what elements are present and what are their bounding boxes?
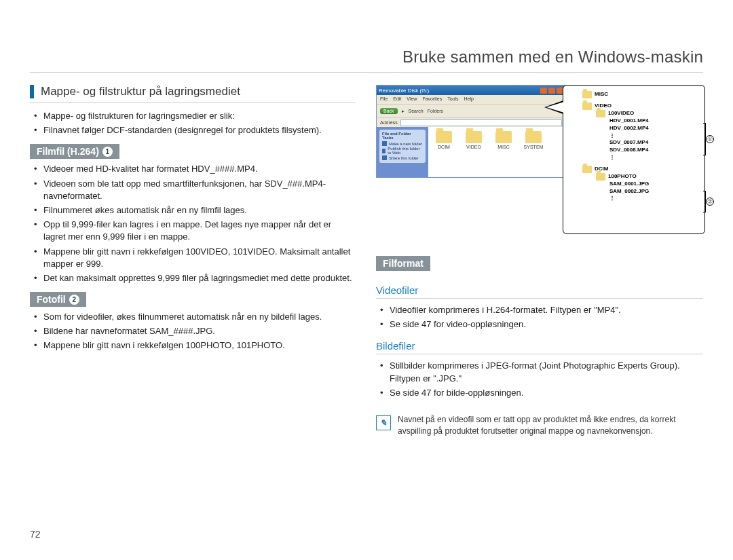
reference-marker-1: ① xyxy=(706,135,714,143)
task-item: Publish this folder to Web xyxy=(382,147,423,155)
tag-label: Fotofil xyxy=(37,294,66,305)
page-number: 72 xyxy=(30,529,41,540)
folder-pane: DCIM VIDEO MISC SYSTEM xyxy=(428,127,565,177)
note-text: Navnet på en videofil som er tatt opp av… xyxy=(398,414,703,437)
reference-marker-2: ② xyxy=(706,198,714,206)
ellipsis-icon: ⋮ xyxy=(569,132,699,140)
note-block: ✎ Navnet på en videofil som er tatt opp … xyxy=(376,414,703,437)
image-bullet-list: Stillbilder komprimeres i JPEG-format (J… xyxy=(376,360,703,399)
page-title: Bruke sammen med en Windows-maskin xyxy=(30,48,703,73)
folder-item: SYSTEM xyxy=(522,131,545,173)
minimize-icon xyxy=(540,88,547,94)
address-field xyxy=(400,119,562,126)
toolbar: Back ▸ Search Folders xyxy=(377,104,565,117)
tag-label: Filformat xyxy=(383,258,424,269)
menu-item: View xyxy=(407,96,417,102)
ellipsis-icon: ⋮ xyxy=(569,154,699,162)
structure-figure: Removable Disk (G:) File Edit View Favor… xyxy=(376,85,703,241)
tag-fotofil: Fotofil 2 xyxy=(30,292,86,307)
menu-item: Help xyxy=(464,96,474,102)
folder-label: VIDEO xyxy=(466,145,481,149)
subheading-bildefiler: Bildefiler xyxy=(376,340,703,354)
tree-file: SAM_0002.JPG xyxy=(569,188,699,195)
explorer-body: File and Folder Tasks Make a new folder … xyxy=(377,127,565,177)
task-label: Publish this folder to Web xyxy=(388,147,423,155)
list-item: Filnummeret økes automatisk når en ny fi… xyxy=(34,204,356,217)
tree-label: 100PHOTO xyxy=(608,173,637,181)
tree-file: SDV_0007.MP4 xyxy=(569,139,699,147)
video-bullet-list: Videofiler komprimeres i H.264-formatet.… xyxy=(376,304,703,331)
folder-icon xyxy=(436,131,452,143)
forward-icon: ▸ xyxy=(402,109,405,114)
folder-icon xyxy=(596,110,605,117)
tree-label: 100VIDEO xyxy=(608,110,634,117)
list-item: Mappene blir gitt navn i rekkefølgen 100… xyxy=(34,339,356,352)
tag-number-badge: 2 xyxy=(69,295,79,305)
list-item: Videoer med HD-kvalitet har formatet HDV… xyxy=(34,163,356,175)
tree-node: DCIM xyxy=(569,166,699,173)
folder-item: MISC xyxy=(492,131,515,173)
explorer-window: Removable Disk (G:) File Edit View Favor… xyxy=(376,85,566,178)
tag-label: Filmfil (H.264) xyxy=(37,146,99,157)
two-column-layout: Mappe- og filstruktur på lagringsmediet … xyxy=(30,85,703,437)
folder-icon xyxy=(582,91,592,98)
tree-node: 100PHOTO xyxy=(569,173,699,181)
section-heading: Mappe- og filstruktur på lagringsmediet xyxy=(30,85,356,98)
folder-item: VIDEO xyxy=(462,131,485,173)
folder-label: MISC xyxy=(497,145,510,149)
tag-filformat: Filformat xyxy=(376,256,430,271)
tasks-box: File and Folder Tasks Make a new folder … xyxy=(379,130,426,163)
list-item: Videofiler komprimeres i H.264-formatet.… xyxy=(380,304,703,316)
window-controls xyxy=(540,88,563,94)
list-item: Mappene blir gitt navn i rekkefølgen 100… xyxy=(34,246,356,270)
list-item: Filnavnet følger DCF-standarden (designr… xyxy=(34,124,356,136)
note-icon: ✎ xyxy=(376,415,391,430)
menu-item: Tools xyxy=(447,96,458,102)
menu-item: File xyxy=(380,96,388,102)
folder-item: DCIM xyxy=(432,131,455,173)
tree-node: 100VIDEO xyxy=(569,110,699,117)
list-item: Mappe- og filstrukturen for lagringsmedi… xyxy=(34,110,356,122)
list-item: Som for videofiler, økes filnummeret aut… xyxy=(34,311,356,323)
task-item: Share this folder xyxy=(382,155,423,160)
list-item: Det kan maksimalt opprettes 9,999 filer … xyxy=(34,272,356,284)
folder-label: DCIM xyxy=(438,145,450,149)
fotofil-bullet-list: Som for videofiler, økes filnummeret aut… xyxy=(30,311,356,352)
subheading-videofiler: Videofiler xyxy=(376,284,703,299)
back-button: Back xyxy=(380,108,398,114)
folder-tree: MISC VIDEO 100VIDEO HDV_0001.MP4 HDV_000… xyxy=(569,91,699,202)
task-icon xyxy=(382,149,386,153)
search-button: Search xyxy=(409,109,424,113)
tree-node: VIDEO xyxy=(569,102,699,110)
window-title: Removable Disk (G:) xyxy=(379,88,429,94)
list-item: Opp til 9,999-filer kan lagres i en mapp… xyxy=(34,219,356,243)
tree-file: HDV_0002.MP4 xyxy=(569,125,699,132)
menu-item: Edit xyxy=(393,96,401,102)
folders-button: Folders xyxy=(428,109,443,113)
right-column: Removable Disk (G:) File Edit View Favor… xyxy=(376,85,703,437)
tree-file: SAM_0001.JPG xyxy=(569,181,699,188)
left-column: Mappe- og filstruktur på lagringsmediet … xyxy=(30,85,356,437)
folder-label: SYSTEM xyxy=(524,145,544,149)
tree-file: HDV_0001.MP4 xyxy=(569,117,699,125)
address-label: Address xyxy=(380,120,398,125)
tree-node: MISC xyxy=(569,91,699,98)
task-icon xyxy=(382,155,387,160)
filmfil-bullet-list: Videoer med HD-kvalitet har formatet HDV… xyxy=(30,163,356,284)
task-item: Make a new folder xyxy=(382,141,423,146)
menu-item: Favorites xyxy=(422,96,442,102)
manual-page: Bruke sammen med en Windows-maskin Mappe… xyxy=(0,0,733,560)
folder-icon xyxy=(582,166,592,173)
task-label: Make a new folder xyxy=(389,142,422,146)
tree-label: MISC xyxy=(595,91,608,98)
address-bar: Address xyxy=(377,117,565,127)
divider xyxy=(30,102,356,103)
ellipsis-icon: ⋮ xyxy=(569,195,699,202)
tasks-header: File and Folder Tasks xyxy=(382,132,423,140)
folder-icon xyxy=(596,173,605,181)
list-item: Bildene har navneformatet SAM_####.JPG. xyxy=(34,325,356,337)
tree-file: SDV_0008.MP4 xyxy=(569,147,699,154)
folder-icon xyxy=(582,102,592,110)
list-item: Stillbilder komprimeres i JPEG-format (J… xyxy=(380,360,703,384)
task-label: Share this folder xyxy=(389,156,419,160)
